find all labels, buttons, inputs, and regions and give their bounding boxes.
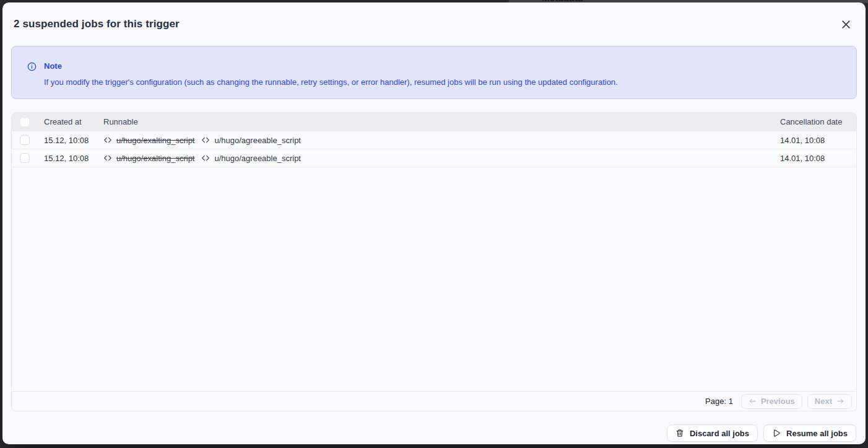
modal-actions: Discard all jobs Resume all jobs: [11, 424, 857, 442]
runnable-previous: u/hugo/exalting_script: [116, 136, 194, 145]
column-header-cancellation-date: Cancellation date: [780, 117, 856, 126]
cancellation-date-cell: 14.01, 10:08: [780, 136, 856, 145]
note-content: Note If you modify the trigger's configu…: [44, 61, 618, 99]
runnable-current: u/hugo/agreeable_script: [214, 154, 301, 163]
note-body: If you modify the trigger's configuratio…: [44, 77, 618, 87]
table-row[interactable]: 15.12, 10:08 u/hugo/exalting_script u/hu…: [12, 131, 856, 149]
row-checkbox[interactable]: [20, 153, 30, 163]
select-all-checkbox[interactable]: [20, 117, 30, 127]
discard-all-jobs-button[interactable]: Discard all jobs: [667, 424, 758, 442]
code-icon: [201, 136, 210, 144]
resume-all-jobs-button[interactable]: Resume all jobs: [763, 424, 856, 442]
created-at-cell: 15.12, 10:08: [44, 136, 103, 145]
page-indicator: Page: 1: [705, 397, 733, 406]
runnable-cell: u/hugo/exalting_script u/hugo/agreeable_…: [103, 154, 780, 163]
created-at-cell: 15.12, 10:08: [44, 154, 103, 163]
code-icon: [103, 136, 112, 144]
previous-button-label: Previous: [761, 397, 795, 406]
code-icon: [103, 154, 112, 162]
next-button[interactable]: Next: [807, 394, 852, 409]
cancellation-date-cell: 14.01, 10:08: [780, 154, 856, 163]
table-header-row: Created at Runnable Cancellation date: [12, 113, 856, 131]
note-title: Note: [44, 61, 618, 71]
next-button-label: Next: [815, 397, 832, 406]
column-header-created-at: Created at: [44, 117, 103, 126]
info-circle-icon: [27, 62, 37, 99]
jobs-table: Created at Runnable Cancellation date 15…: [11, 112, 857, 411]
arrow-left-icon: [749, 397, 757, 405]
runnable-current: u/hugo/agreeable_script: [214, 136, 301, 145]
note-banner: Note If you modify the trigger's configu…: [11, 46, 857, 99]
row-checkbox[interactable]: [20, 135, 30, 145]
table-empty-area: [12, 167, 856, 391]
column-header-runnable: Runnable: [103, 117, 780, 126]
code-icon: [201, 154, 210, 162]
table-footer: Page: 1 Previous Next: [12, 391, 856, 411]
modal-header: 2 suspended jobs for this trigger: [11, 2, 857, 33]
runnable-previous: u/hugo/exalting_script: [116, 154, 194, 163]
play-icon: [772, 429, 781, 437]
runnable-cell: u/hugo/exalting_script u/hugo/agreeable_…: [103, 136, 780, 145]
discard-all-jobs-label: Discard all jobs: [690, 429, 749, 438]
close-button[interactable]: [837, 15, 854, 33]
previous-button[interactable]: Previous: [741, 394, 802, 409]
trash-icon: [675, 429, 684, 437]
table-row[interactable]: 15.12, 10:08 u/hugo/exalting_script u/hu…: [12, 149, 856, 167]
suspended-jobs-modal: 2 suspended jobs for this trigger Note I…: [2, 2, 866, 444]
modal-title: 2 suspended jobs for this trigger: [14, 18, 180, 30]
resume-all-jobs-label: Resume all jobs: [786, 429, 848, 438]
close-icon: [841, 19, 851, 30]
arrow-right-icon: [836, 397, 844, 405]
